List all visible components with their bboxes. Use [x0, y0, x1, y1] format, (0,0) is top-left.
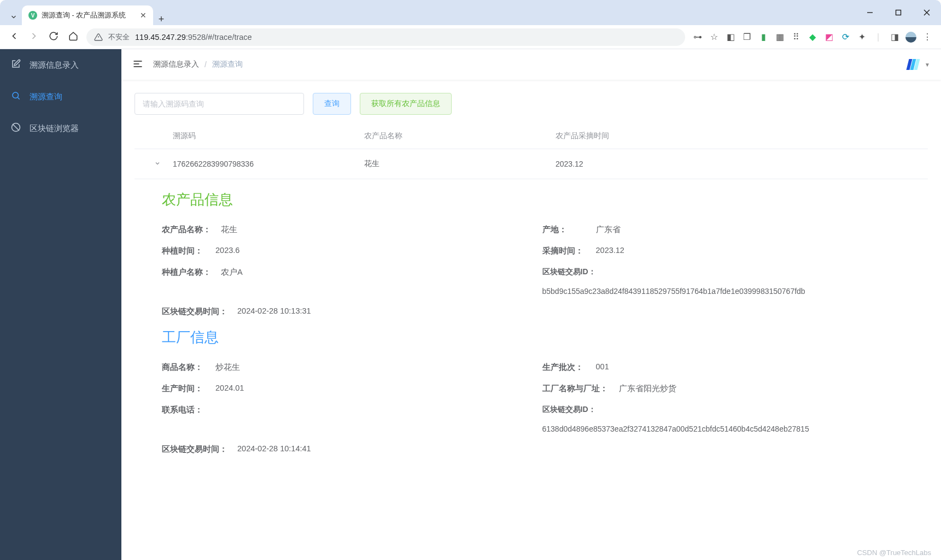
extension-bar: ⊶ ☆ ◧ ❐ ▮ ▦ ⠿ ◆ ◩ ⟳ ✦ | ◨ ⋮	[692, 31, 933, 43]
expand-toggle-icon[interactable]	[142, 160, 173, 168]
extension-icon[interactable]: ◧	[724, 31, 737, 43]
search-button[interactable]: 查询	[313, 93, 351, 115]
cell-trace-code: 1762662283990798336	[173, 160, 364, 168]
tab-dropdown-icon[interactable]	[5, 9, 22, 25]
val-batch: 001	[596, 362, 609, 373]
label-harvest-time: 采摘时间：	[542, 246, 586, 256]
svg-line-5	[17, 97, 19, 99]
shield-icon[interactable]: ◆	[806, 31, 819, 43]
sidebar: 溯源信息录入 溯源查询 区块链浏览器	[0, 49, 121, 560]
not-secure-icon	[94, 33, 103, 42]
col-pick-time: 农产品采摘时间	[556, 131, 920, 141]
key-icon[interactable]: ⊶	[692, 31, 704, 43]
window-controls	[858, 0, 939, 25]
val-tx-id: b5bd9c155a9c23a8d24f8439118529755f91764b…	[542, 287, 901, 296]
label-origin: 产地：	[542, 225, 586, 235]
val-factory-tx-id: 6138d0d4896e85373ea2f3274132847a00d521cb…	[542, 425, 901, 433]
content: 查询 获取所有农产品信息 溯源码 农产品名称 农产品采摘时间 176266228…	[121, 80, 941, 560]
url-port: :9528	[186, 33, 206, 42]
col-trace-code: 溯源码	[173, 131, 364, 141]
minimize-icon[interactable]	[858, 4, 882, 21]
topbar: 溯源信息录入 / 溯源查询 ▼	[121, 49, 941, 80]
label-produce-time: 生产时间：	[162, 384, 206, 394]
svg-rect-1	[896, 10, 901, 15]
label-batch: 生产批次：	[542, 362, 586, 373]
star-icon[interactable]: ☆	[708, 31, 720, 43]
url-host: 119.45.247.29	[135, 33, 186, 42]
reload-button[interactable]	[47, 31, 60, 43]
app-shell: 溯源信息录入 溯源查询 区块链浏览器 溯源信息录入 / 溯源查询	[0, 49, 941, 560]
edit-icon	[11, 59, 21, 71]
val-farmer-name: 农户A	[221, 267, 243, 296]
close-tab-icon[interactable]: ✕	[140, 11, 147, 20]
forward-button[interactable]	[27, 31, 40, 43]
puzzle-icon[interactable]: ✦	[856, 31, 868, 43]
sidebar-item-trace-input[interactable]: 溯源信息录入	[0, 49, 121, 81]
address-bar[interactable]: 不安全 119.45.247.29:9528/#/trace/trace	[86, 28, 685, 46]
val-factory-name-addr: 广东省阳光炒货	[619, 384, 676, 394]
breadcrumb-current: 溯源查询	[212, 60, 243, 69]
close-window-icon[interactable]	[915, 4, 939, 21]
new-tab-button[interactable]: +	[153, 14, 170, 25]
profile-avatar-icon[interactable]	[905, 31, 917, 43]
tab-favicon-icon: V	[28, 11, 37, 20]
result-table: 溯源码 农产品名称 农产品采摘时间 1762662283990798336 花生…	[135, 123, 928, 465]
url-path: /#/trace/trace	[206, 33, 252, 42]
label-tx-time: 区块链交易时间：	[162, 306, 227, 317]
fetch-all-button[interactable]: 获取所有农产品信息	[360, 93, 452, 115]
extension-icon[interactable]: ⠿	[790, 31, 802, 43]
home-button[interactable]	[67, 31, 80, 43]
back-button[interactable]	[8, 31, 21, 43]
val-origin: 广东省	[596, 225, 621, 235]
extension-icon[interactable]: ⟳	[839, 31, 851, 43]
val-plant-time: 2023.6	[215, 246, 239, 256]
sidebar-item-label: 区块链浏览器	[30, 123, 79, 134]
product-section-title: 农产品信息	[162, 190, 901, 209]
query-row: 查询 获取所有农产品信息	[135, 93, 928, 115]
label-factory-name-addr: 工厂名称与厂址：	[542, 384, 609, 394]
extension-icon[interactable]: ◩	[823, 31, 835, 43]
app-logo-icon	[908, 59, 919, 70]
table-row: 1762662283990798336 花生 2023.12	[135, 149, 928, 179]
col-product-name: 农产品名称	[364, 131, 556, 141]
factory-detail-grid: 商品名称：炒花生 生产批次：001 生产时间：2024.01 工厂名称与厂址：广…	[162, 357, 901, 460]
extension-icon[interactable]: ❐	[741, 31, 753, 43]
label-product-name: 农产品名称：	[162, 225, 211, 235]
extension-icon[interactable]: ▦	[774, 31, 786, 43]
browser-tab[interactable]: V 溯源查询 - 农产品溯源系统 ✕	[22, 5, 153, 25]
security-label: 不安全	[108, 32, 130, 42]
val-product-name: 花生	[221, 225, 237, 235]
svg-line-7	[13, 124, 19, 131]
sidepanel-icon[interactable]: ◨	[889, 31, 901, 43]
chevron-down-icon[interactable]: ▼	[925, 62, 930, 68]
val-harvest-time: 2023.12	[596, 246, 624, 256]
hamburger-icon[interactable]	[132, 58, 143, 71]
divider: |	[872, 31, 884, 43]
sidebar-item-label: 溯源查询	[30, 92, 62, 102]
main-area: 溯源信息录入 / 溯源查询 ▼ 查询 获取所有农产品信息 溯源码 农产品名称	[121, 49, 941, 560]
label-factory-tx-time: 区块链交易时间：	[162, 444, 227, 455]
svg-point-4	[13, 92, 19, 98]
label-goods-name: 商品名称：	[162, 362, 206, 373]
val-factory-tx-time: 2024-02-28 10:14:41	[237, 444, 311, 455]
block-icon	[11, 122, 21, 134]
cell-pick-time: 2023.12	[556, 160, 920, 168]
breadcrumb-parent[interactable]: 溯源信息录入	[153, 60, 199, 69]
watermark: CSDN @TrueTechLabs	[857, 549, 931, 557]
label-plant-time: 种植时间：	[162, 246, 206, 256]
search-icon	[11, 91, 21, 103]
product-detail-grid: 农产品名称：花生 产地：广东省 种植时间：2023.6 采摘时间：2023.12…	[162, 219, 901, 322]
trace-code-input[interactable]	[135, 93, 304, 115]
sidebar-item-trace-query[interactable]: 溯源查询	[0, 81, 121, 113]
browser-tabs-bar: V 溯源查询 - 农产品溯源系统 ✕ +	[0, 0, 941, 25]
maximize-icon[interactable]	[886, 4, 910, 21]
extension-icon[interactable]: ▮	[757, 31, 769, 43]
tab-title: 溯源查询 - 农产品溯源系统	[42, 11, 126, 20]
sidebar-item-label: 溯源信息录入	[30, 60, 79, 70]
topbar-right: ▼	[908, 59, 930, 70]
label-factory-tx-id: 区块链交易ID：	[542, 405, 901, 415]
cell-product-name: 花生	[364, 159, 556, 169]
browser-toolbar: 不安全 119.45.247.29:9528/#/trace/trace ⊶ ☆…	[0, 25, 941, 49]
sidebar-item-block-explorer[interactable]: 区块链浏览器	[0, 113, 121, 144]
menu-icon[interactable]: ⋮	[921, 31, 933, 43]
